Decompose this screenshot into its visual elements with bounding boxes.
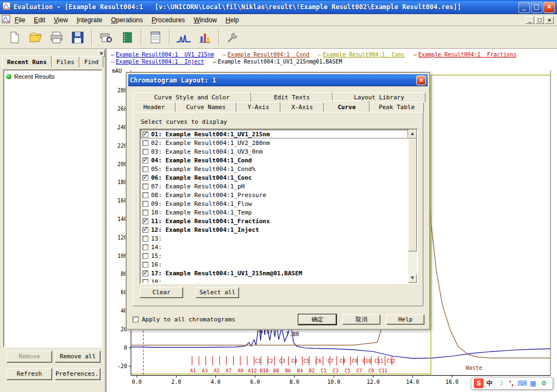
curve-list-item[interactable]: 06: Example Result004:1_Conc bbox=[141, 173, 408, 182]
curve-list-item[interactable]: 10: Example Result004:1_Temp bbox=[141, 208, 408, 217]
curve-list-item[interactable]: 03: Example Result004:1_UV3_0nm bbox=[141, 147, 408, 156]
scrollbar[interactable]: ▲ ▼ bbox=[408, 130, 417, 283]
curve-checkbox[interactable] bbox=[142, 236, 148, 242]
curve-checkbox[interactable] bbox=[142, 253, 148, 259]
curve-checkbox[interactable] bbox=[142, 184, 148, 189]
menu-help[interactable]: Help bbox=[221, 15, 243, 26]
legend-entry[interactable]: —Example Result004:1 Fractions bbox=[414, 52, 517, 58]
new-icon[interactable] bbox=[4, 28, 24, 47]
curve-list-item[interactable]: 01: Example Result004:1_UV1_215nm bbox=[141, 130, 408, 138]
sidebar-tab-files[interactable]: Files bbox=[52, 56, 79, 67]
curve-checkbox[interactable] bbox=[142, 157, 148, 163]
legend-entry[interactable]: —Example Result004:1_UV1_215nm@01,BASEM bbox=[213, 59, 342, 65]
legend-entry[interactable]: —Example Result004:1 Inject bbox=[111, 59, 204, 65]
legend-entry[interactable]: —Example Result004:1 Cond bbox=[223, 52, 310, 58]
mdi-close-button[interactable]: × bbox=[545, 16, 554, 24]
print-preview-icon[interactable] bbox=[96, 28, 116, 47]
dialog-tab-curve-style-and-color[interactable]: Curve Style and Color bbox=[133, 92, 251, 102]
preferences-button[interactable]: Preferences... bbox=[55, 368, 101, 380]
curve-list-item[interactable]: 16: bbox=[141, 260, 408, 269]
punctuation-icon[interactable]: ’, bbox=[506, 378, 516, 388]
curve-checkbox[interactable] bbox=[142, 244, 148, 250]
dialog-tab-peak-table[interactable]: Peak Table bbox=[370, 102, 424, 112]
curve-list-item[interactable]: 14: bbox=[141, 243, 408, 251]
dialog-tab-x-axis[interactable]: X-Axis bbox=[280, 102, 324, 112]
dialog-tab-curve[interactable]: Curve bbox=[324, 100, 370, 112]
curve-list-item[interactable]: 05: Example Result004:1_Cond% bbox=[141, 165, 408, 173]
menu-operations[interactable]: Operations bbox=[107, 15, 147, 26]
scroll-thumb[interactable] bbox=[408, 138, 417, 251]
tree-item-recent-results[interactable]: Recent Results bbox=[6, 73, 99, 80]
curve-list-item[interactable]: 04: Example Result004:1_Cond bbox=[141, 156, 408, 165]
remove-button[interactable]: Remove bbox=[7, 351, 52, 363]
curve-checkbox[interactable] bbox=[142, 131, 148, 137]
curve-checkbox[interactable] bbox=[142, 140, 148, 146]
document-icon[interactable] bbox=[2, 15, 10, 26]
curve-checkbox[interactable] bbox=[142, 166, 148, 172]
curve-checkbox[interactable] bbox=[142, 210, 148, 216]
sogou-logo-icon[interactable]: S bbox=[474, 378, 484, 388]
curve-checkbox[interactable] bbox=[142, 201, 148, 207]
curve-checkbox[interactable] bbox=[142, 218, 148, 224]
print-icon[interactable] bbox=[47, 28, 66, 47]
report-icon[interactable] bbox=[146, 28, 165, 47]
apply-checkbox[interactable] bbox=[133, 317, 139, 323]
curve-list-item[interactable]: 13: bbox=[141, 234, 408, 243]
sidebar-tab-find[interactable]: Find bbox=[79, 56, 104, 67]
dialog-tab-header[interactable]: Header bbox=[133, 102, 176, 112]
curve-list-item[interactable]: 17: Example Result004:1_UV1_215nm@01,BAS… bbox=[141, 269, 408, 277]
remove-all-button[interactable]: Remove all bbox=[55, 351, 101, 363]
cancel-button[interactable]: 取消 bbox=[342, 314, 380, 325]
curve-list-item[interactable]: 09: Example Result004:1_Flow bbox=[141, 199, 408, 208]
scroll-up-icon[interactable]: ▲ bbox=[408, 130, 417, 138]
curve-checkbox[interactable] bbox=[142, 192, 148, 198]
chinese-mode-icon[interactable]: 中 bbox=[485, 378, 495, 388]
histogram-icon[interactable] bbox=[195, 28, 215, 47]
open-icon[interactable] bbox=[26, 28, 45, 47]
mdi-minimize-button[interactable]: _ bbox=[525, 16, 534, 24]
close-button[interactable]: × bbox=[543, 2, 555, 13]
grid-icon[interactable]: ▦ bbox=[528, 378, 538, 388]
clear-button[interactable]: Clear bbox=[140, 287, 183, 298]
curve-checkbox[interactable] bbox=[142, 175, 148, 181]
select-all-button[interactable]: Select all bbox=[196, 287, 239, 298]
restore-button[interactable]: □ bbox=[531, 2, 542, 13]
legend-entry[interactable]: —Example Result004:1 Conc bbox=[318, 52, 405, 58]
curve-checkbox[interactable] bbox=[142, 270, 148, 276]
save-icon[interactable] bbox=[68, 28, 87, 47]
keyboard-icon[interactable]: ⌨ bbox=[517, 378, 527, 388]
menu-window[interactable]: Window bbox=[189, 15, 221, 26]
dialog-titlebar[interactable]: Chromatogram Layout: 1 × bbox=[128, 74, 428, 86]
menu-view[interactable]: View bbox=[49, 15, 72, 26]
curve-checkbox[interactable] bbox=[142, 262, 148, 268]
chromatogram-icon[interactable] bbox=[174, 28, 193, 47]
curve-checkbox[interactable] bbox=[142, 227, 148, 233]
ok-button[interactable]: 确定 bbox=[298, 314, 336, 325]
minimize-button[interactable]: _ bbox=[518, 2, 530, 13]
dialog-tab-curve-names[interactable]: Curve Names bbox=[176, 102, 236, 112]
moon-icon[interactable]: ☽ bbox=[496, 378, 505, 388]
sidebar-tab-recent-runs[interactable]: Recent Runs bbox=[2, 55, 52, 67]
menu-edit[interactable]: Edit bbox=[29, 15, 49, 26]
notebook-icon[interactable] bbox=[117, 28, 137, 47]
curve-list-item[interactable]: 18: bbox=[141, 277, 408, 283]
curve-checkbox[interactable] bbox=[142, 279, 148, 283]
scroll-down-icon[interactable]: ▼ bbox=[408, 274, 417, 283]
curve-list-item[interactable]: 11: Example Result004:1_Fractions bbox=[141, 217, 408, 225]
help-button[interactable]: Help bbox=[386, 314, 424, 325]
menu-file[interactable]: File bbox=[10, 15, 29, 26]
dialog-tab-edit-texts[interactable]: Edit Texts bbox=[251, 92, 333, 102]
curve-list-item[interactable]: 15: bbox=[141, 251, 408, 260]
curve-list-item[interactable]: 12: Example Result004:1_Inject bbox=[141, 225, 408, 234]
tools-icon[interactable] bbox=[223, 28, 243, 47]
curve-list-item[interactable]: 07: Example Result004:1_pH bbox=[141, 182, 408, 191]
curve-list-item[interactable]: 08: Example Result004:1_Pressure bbox=[141, 191, 408, 199]
refresh-button[interactable]: Refresh bbox=[7, 368, 52, 380]
dialog-tab-y-axis[interactable]: Y-Axis bbox=[236, 102, 280, 112]
mdi-restore-button[interactable]: □ bbox=[535, 16, 544, 24]
curve-list-item[interactable]: 02: Example Result004:1_UV2_280nm bbox=[141, 138, 408, 147]
curve-checkbox[interactable] bbox=[142, 149, 148, 155]
menu-procedures[interactable]: Procedures bbox=[147, 15, 189, 26]
menu-integrate[interactable]: Integrate bbox=[72, 15, 107, 26]
dialog-close-icon[interactable]: × bbox=[416, 75, 426, 85]
